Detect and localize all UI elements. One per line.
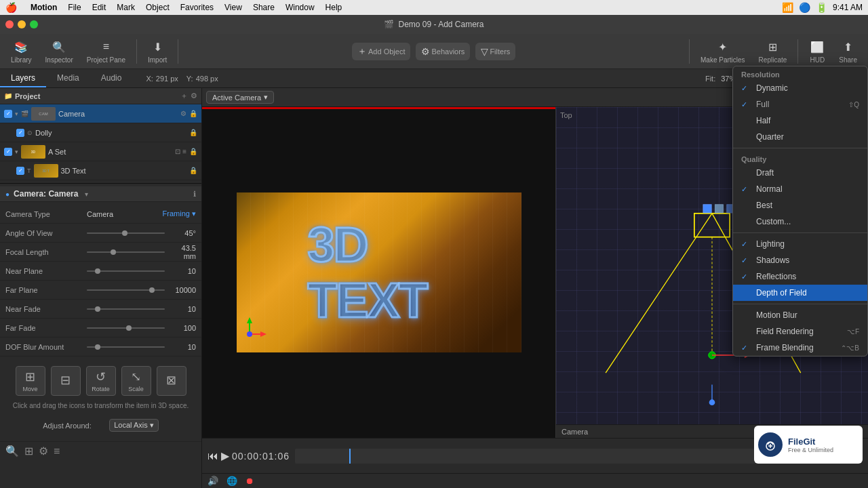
resolution-quarter[interactable]: Quarter bbox=[733, 129, 867, 145]
far-fade-slider[interactable] bbox=[87, 327, 165, 329]
transform-rotate[interactable]: ↺ Rotate bbox=[86, 366, 116, 396]
render-frame-blending[interactable]: Frame Blending ⌃⌥B bbox=[733, 340, 867, 356]
dolly-visibility[interactable]: ✓ bbox=[16, 129, 24, 137]
filters-button[interactable]: ▽ Filters bbox=[475, 43, 515, 60]
status-add-icon[interactable]: 🔊 bbox=[208, 476, 218, 486]
3dtext-visibility[interactable]: ✓ bbox=[16, 167, 24, 175]
timeline-scrubber[interactable] bbox=[295, 449, 806, 464]
list-icon[interactable]: ≡ bbox=[54, 445, 60, 458]
dolly-lock-icon[interactable]: 🔒 bbox=[189, 129, 197, 136]
library-button[interactable]: 📚 Library bbox=[5, 36, 37, 66]
add-layer-icon[interactable]: ＋ bbox=[180, 91, 188, 101]
aset-expand-arrow[interactable]: ▾ bbox=[15, 148, 18, 155]
camera-settings-icon[interactable]: ⚙ bbox=[180, 110, 186, 117]
favorites-menu[interactable]: Favorites bbox=[180, 3, 214, 12]
angle-slider[interactable] bbox=[87, 232, 165, 234]
app-menu[interactable]: Motion bbox=[31, 3, 57, 12]
quality-custom[interactable]: Custom... bbox=[733, 214, 867, 230]
focal-slider[interactable] bbox=[87, 251, 165, 253]
transform-scale[interactable]: ⤡ Scale bbox=[121, 366, 151, 396]
behaviors-button[interactable]: ⚙ Behaviors bbox=[416, 43, 470, 60]
view-menu[interactable]: View bbox=[224, 3, 242, 12]
search-icon[interactable]: 🔍 bbox=[5, 445, 19, 458]
active-camera-dropdown[interactable]: Active Camera ▾ bbox=[206, 91, 274, 104]
layer-row-3dtext[interactable]: ✓ T 3D T 3D Text 🔒 bbox=[0, 161, 201, 180]
frame-blending-shortcut: ⌃⌥B bbox=[841, 344, 859, 352]
grid-icon[interactable]: ⊞ bbox=[24, 445, 33, 458]
play-button[interactable]: ▶ bbox=[221, 449, 229, 462]
dof-blur-slider[interactable] bbox=[87, 346, 165, 348]
project-pane-button[interactable]: ≡ Project Pane bbox=[81, 36, 131, 66]
replicate-button[interactable]: ⊞ Replicate bbox=[753, 36, 793, 66]
battery-icon[interactable]: 🔋 bbox=[816, 2, 827, 13]
status-record-icon[interactable]: ⏺ bbox=[245, 476, 254, 486]
expand-arrow[interactable]: ▾ bbox=[15, 110, 18, 117]
resolution-dynamic[interactable]: Dynamic bbox=[733, 80, 867, 96]
maximize-button[interactable] bbox=[30, 20, 38, 28]
wifi-icon[interactable]: 📶 bbox=[782, 2, 793, 13]
normal-label: Normal bbox=[756, 184, 783, 194]
transform-move-3[interactable]: ⊠ bbox=[157, 366, 186, 396]
quality-best[interactable]: Best bbox=[733, 197, 867, 214]
aset-visibility[interactable]: ✓ bbox=[4, 148, 12, 156]
adjust-around-select[interactable]: Local Axis ▾ bbox=[109, 419, 159, 432]
camera-lock-icon[interactable]: 🔒 bbox=[189, 110, 197, 117]
render-field-rendering[interactable]: Field Rendering ⌥F bbox=[733, 323, 867, 340]
focal-slider-container: 43.5 mm bbox=[87, 244, 196, 260]
apple-menu[interactable]: 🍎 bbox=[5, 2, 17, 13]
skip-back-button[interactable]: ⏮ bbox=[208, 450, 218, 462]
tab-layers[interactable]: Layers bbox=[0, 69, 46, 87]
edit-menu[interactable]: Edit bbox=[92, 3, 106, 12]
render-reflections[interactable]: Reflections bbox=[733, 268, 867, 285]
render-lighting[interactable]: Lighting bbox=[733, 236, 867, 252]
minimize-button[interactable] bbox=[18, 20, 26, 28]
layer-row-camera[interactable]: ✓ ▾ 🎬 CAM Camera ⚙ 🔒 bbox=[0, 104, 201, 123]
render-depth-of-field[interactable]: Depth of Field bbox=[733, 285, 867, 301]
aset-lock-icon[interactable]: 🔒 bbox=[189, 148, 197, 155]
tab-media[interactable]: Media bbox=[46, 69, 90, 87]
camera-info-settings[interactable]: ℹ bbox=[193, 190, 196, 199]
close-button[interactable] bbox=[5, 20, 14, 28]
angle-slider-container: 45° bbox=[87, 229, 196, 237]
bluetooth-icon[interactable]: 🔵 bbox=[799, 2, 810, 13]
object-menu[interactable]: Object bbox=[146, 3, 170, 12]
near-fade-slider[interactable] bbox=[87, 308, 165, 310]
camera-visibility[interactable]: ✓ bbox=[4, 110, 12, 118]
transform-move-1[interactable]: ⊞ Move bbox=[16, 366, 45, 396]
tab-audio[interactable]: Audio bbox=[90, 69, 133, 87]
layer-settings-icon[interactable]: ⚙ bbox=[191, 92, 197, 100]
share-button[interactable]: ⬆ Share bbox=[833, 36, 863, 66]
resolution-full[interactable]: Full ⇧Q bbox=[733, 96, 867, 113]
playhead[interactable] bbox=[349, 449, 351, 464]
help-menu[interactable]: Help bbox=[326, 3, 342, 12]
make-particles-button[interactable]: ✦ Make Particles bbox=[695, 36, 751, 66]
3dtext-lock-icon[interactable]: 🔒 bbox=[189, 167, 197, 174]
import-button[interactable]: ⬇ Import bbox=[142, 36, 172, 66]
mark-menu[interactable]: Mark bbox=[117, 3, 135, 12]
quality-draft[interactable]: Draft bbox=[733, 165, 867, 181]
add-object-button[interactable]: ＋ Add Object bbox=[352, 43, 410, 60]
share-menu[interactable]: Share bbox=[253, 3, 275, 12]
render-shadows[interactable]: Shadows bbox=[733, 252, 867, 268]
layer-row-dolly[interactable]: ✓ ⊙ Dolly 🔒 bbox=[0, 123, 201, 142]
status-orbit-icon[interactable]: 🌐 bbox=[226, 476, 237, 486]
transform-move-2[interactable]: ⊟ bbox=[51, 366, 81, 396]
camera-info-arrow[interactable]: ▾ bbox=[85, 190, 88, 198]
far-plane-slider[interactable] bbox=[87, 289, 165, 291]
render-motion-blur[interactable]: Motion Blur bbox=[733, 307, 867, 323]
settings-icon[interactable]: ⚙ bbox=[39, 445, 48, 458]
layer-row-aset[interactable]: ✓ ▾ 3D A Set ⊡ ≡ 🔒 bbox=[0, 142, 201, 161]
near-plane-slider[interactable] bbox=[87, 270, 165, 272]
timeline-bar[interactable] bbox=[295, 449, 806, 464]
file-menu[interactable]: File bbox=[68, 3, 81, 12]
dolly-type-icon: ⊙ bbox=[27, 129, 33, 136]
inspector-button[interactable]: 🔍 Inspector bbox=[40, 36, 79, 66]
window-menu[interactable]: Window bbox=[285, 3, 315, 12]
main-viewport[interactable]: 3D TEXT bbox=[202, 107, 556, 438]
rotate-label: Rotate bbox=[92, 386, 110, 392]
camera-framing-badge[interactable]: Framing ▾ bbox=[163, 209, 196, 218]
hud-button[interactable]: ⬜ HUD bbox=[804, 36, 831, 66]
resolution-half[interactable]: Half bbox=[733, 113, 867, 129]
quality-normal[interactable]: Normal bbox=[733, 181, 867, 197]
near-fade-slider-container: 10 bbox=[87, 305, 196, 313]
